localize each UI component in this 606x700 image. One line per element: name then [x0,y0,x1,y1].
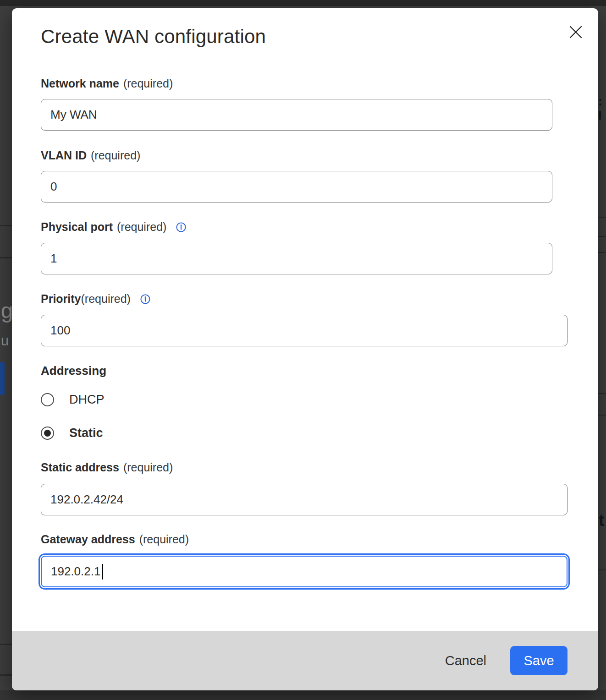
dhcp-option-label: DHCP [69,393,105,407]
priority-label: Priority (required) [41,292,151,306]
addressing-option-dhcp[interactable]: DHCP [41,393,105,407]
network-name-label-text: Network name [41,77,119,90]
cancel-button[interactable]: Cancel [445,653,486,668]
radio-checked-icon [41,427,54,440]
physical-port-input[interactable] [41,243,552,274]
priority-input[interactable] [41,315,567,346]
static-option-label: Static [69,426,103,440]
background-divider-line [0,225,12,226]
gateway-address-label-text: Gateway address [41,533,135,546]
dialog-title: Create WAN configuration [41,26,266,48]
addressing-heading: Addressing [41,364,106,378]
background-text-fragment: u [1,333,9,349]
gateway-address-label: Gateway address (required) [41,533,189,546]
create-wan-configuration-dialog: Create WAN configuration Network name (r… [12,8,598,690]
background-divider-line [598,415,606,416]
addressing-option-static[interactable]: Static [41,426,103,440]
background-text-fragment: : I [598,94,606,123]
background-divider-line [0,674,12,676]
gateway-address-value: 192.0.2.1 [51,564,100,579]
vlan-id-input[interactable] [41,171,552,202]
dialog-footer: Cancel Save [12,631,598,690]
gateway-address-required-hint: (required) [139,533,189,546]
priority-label-text: Priority [41,292,81,306]
vlan-id-label: VLAN ID (required) [41,149,140,162]
radio-unchecked-icon [41,393,54,406]
background-divider-line [598,252,606,253]
vlan-id-label-text: VLAN ID [41,149,87,162]
network-name-label: Network name (required) [41,77,173,90]
background-page-bottom-edge [0,690,606,700]
close-button[interactable] [567,23,585,41]
background-divider-line [0,644,12,645]
network-name-input[interactable] [41,99,552,131]
static-address-input[interactable] [41,484,567,515]
vlan-id-required-hint: (required) [91,149,140,162]
static-address-required-hint: (required) [123,461,173,474]
background-divider-line [0,257,12,258]
background-page-top-edge [0,0,606,6]
physical-port-required-hint: (required) [117,220,166,234]
priority-info-icon[interactable] [140,294,151,305]
network-name-required-hint: (required) [123,77,173,90]
background-button-fragment [0,362,5,395]
physical-port-info-icon[interactable] [176,222,187,233]
physical-port-label-text: Physical port [41,220,113,234]
background-heading-fragment: g [1,298,13,323]
text-cursor [102,564,103,580]
save-button[interactable]: Save [510,646,567,675]
background-divider-line [598,236,606,237]
background-divider-line [598,217,606,218]
background-text-fragment: t [599,511,604,530]
close-icon [569,25,583,39]
static-address-label: Static address (required) [41,461,173,474]
static-address-label-text: Static address [41,461,119,474]
background-divider-line [598,393,606,394]
physical-port-label: Physical port (required) [41,220,187,234]
priority-required-hint: (required) [81,292,131,306]
background-divider-line [598,569,606,570]
gateway-address-input[interactable]: 192.0.2.1 [41,556,567,587]
